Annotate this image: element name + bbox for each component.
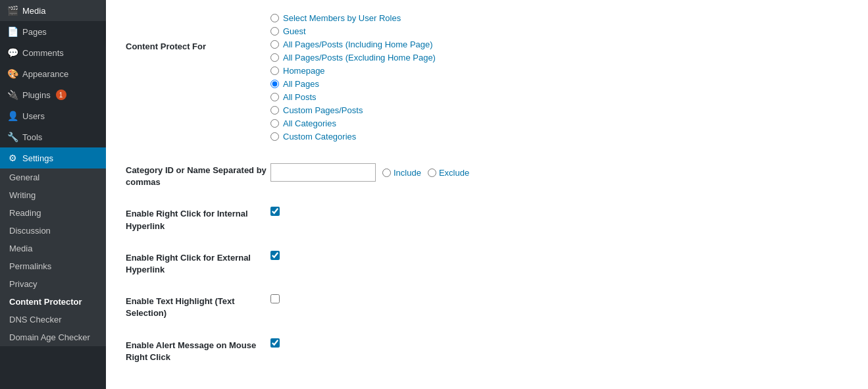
content-inner: Select Members by User Roles Guest Conte… bbox=[106, 0, 868, 389]
radio-all-pages-excl[interactable]: All Pages/Posts (Excluding Home Page) bbox=[270, 53, 848, 63]
right-click-internal-checkbox[interactable] bbox=[270, 207, 280, 216]
radio-all-posts[interactable]: All Posts bbox=[270, 92, 848, 102]
sidebar-item-settings-label: Settings bbox=[22, 153, 53, 163]
sidebar-item-media[interactable]: 🎬 Media bbox=[0, 0, 106, 21]
right-click-external-checkbox[interactable] bbox=[270, 251, 280, 260]
radio-include-input[interactable] bbox=[382, 169, 391, 177]
sidebar-item-settings[interactable]: ⚙ Settings bbox=[0, 147, 106, 169]
sub-item-general[interactable]: General bbox=[0, 169, 106, 186]
radio-custom-pages-posts-input[interactable] bbox=[270, 106, 279, 115]
right-click-internal-row: Enable Right Click for Internal Hyperlin… bbox=[126, 207, 848, 232]
right-click-external-label: Enable Right Click for External Hyperlin… bbox=[126, 251, 270, 276]
sidebar-item-appearance-label: Appearance bbox=[22, 69, 68, 79]
content-protect-options: All Pages/Posts (Including Home Page) Al… bbox=[270, 39, 848, 145]
content-protect-label: Content Protect For bbox=[126, 39, 270, 53]
right-click-external-row: Enable Right Click for External Hyperlin… bbox=[126, 251, 848, 276]
sidebar-item-plugins-label: Plugins bbox=[22, 90, 51, 100]
sidebar-item-pages[interactable]: 📄 Pages bbox=[0, 21, 106, 42]
radio-all-pages-incl[interactable]: All Pages/Posts (Including Home Page) bbox=[270, 39, 848, 49]
right-click-internal-label: Enable Right Click for Internal Hyperlin… bbox=[126, 207, 270, 232]
radio-include-label[interactable]: Include bbox=[382, 168, 421, 178]
radio-select-members[interactable]: Select Members by User Roles bbox=[270, 13, 848, 23]
tools-icon: 🔧 bbox=[7, 132, 18, 142]
radio-homepage-label: Homepage bbox=[283, 66, 325, 76]
category-input-row: Include Exclude bbox=[270, 163, 848, 182]
radio-all-pages-label: All Pages bbox=[283, 79, 319, 89]
sub-item-discussion[interactable]: Discussion bbox=[0, 222, 106, 240]
right-click-internal-control bbox=[270, 207, 848, 216]
radio-guest[interactable]: Guest bbox=[270, 26, 848, 36]
sub-item-privacy[interactable]: Privacy bbox=[0, 275, 106, 293]
sidebar-item-comments-label: Comments bbox=[22, 48, 64, 58]
sub-item-content-protector[interactable]: Content Protector bbox=[0, 293, 106, 311]
radio-custom-categories-input[interactable] bbox=[270, 132, 279, 141]
content-protect-row: Content Protect For All Pages/Posts (Inc… bbox=[126, 39, 848, 145]
alert-message-checkbox[interactable] bbox=[270, 338, 280, 348]
text-highlight-control bbox=[270, 294, 848, 303]
sub-item-reading[interactable]: Reading bbox=[0, 204, 106, 222]
text-highlight-row: Enable Text Highlight (Text Selection) bbox=[126, 294, 848, 319]
sidebar-item-pages-label: Pages bbox=[22, 27, 47, 37]
alert-message-checkbox-row bbox=[270, 338, 848, 348]
text-highlight-checkbox[interactable] bbox=[270, 294, 280, 303]
radio-all-pages-excl-input[interactable] bbox=[270, 53, 279, 62]
sidebar-item-comments[interactable]: 💬 Comments bbox=[0, 42, 106, 63]
sidebar-item-users[interactable]: 👤 Users bbox=[0, 105, 106, 126]
right-click-external-checkbox-row bbox=[270, 251, 848, 260]
radio-all-pages-incl-label: All Pages/Posts (Including Home Page) bbox=[283, 39, 433, 49]
sidebar-item-tools[interactable]: 🔧 Tools bbox=[0, 126, 106, 147]
radio-select-members-input[interactable] bbox=[270, 14, 279, 22]
sidebar: 🎬 Media Library Add New Media File 📄 Pag… bbox=[0, 0, 106, 389]
sub-item-media[interactable]: Media bbox=[0, 240, 106, 257]
radio-all-pages-excl-label: All Pages/Posts (Excluding Home Page) bbox=[283, 53, 436, 63]
sidebar-item-tools-label: Tools bbox=[22, 132, 42, 142]
alert-message-control bbox=[270, 338, 848, 348]
radio-all-pages-incl-input[interactable] bbox=[270, 40, 279, 49]
radio-custom-pages-posts-label: Custom Pages/Posts bbox=[283, 105, 363, 115]
radio-homepage-input[interactable] bbox=[270, 66, 279, 75]
plugins-badge: 1 bbox=[56, 90, 66, 100]
radio-all-posts-label: All Posts bbox=[283, 92, 317, 102]
radio-all-pages[interactable]: All Pages bbox=[270, 79, 848, 89]
main-content: Select Members by User Roles Guest Conte… bbox=[106, 0, 868, 389]
radio-exclude-label[interactable]: Exclude bbox=[428, 168, 469, 178]
category-input[interactable] bbox=[270, 163, 376, 182]
sidebar-item-users-label: Users bbox=[22, 111, 45, 121]
pages-icon: 📄 bbox=[7, 26, 18, 37]
radio-select-members-label: Select Members by User Roles bbox=[283, 13, 401, 23]
radio-custom-categories-label: Custom Categories bbox=[283, 132, 356, 142]
category-id-row: Category ID or Name Separated by commas … bbox=[126, 163, 848, 188]
settings-icon: ⚙ bbox=[7, 153, 18, 163]
radio-all-posts-input[interactable] bbox=[270, 93, 279, 101]
media-icon: 🎬 bbox=[7, 5, 18, 16]
plugins-icon: 🔌 bbox=[7, 90, 18, 100]
radio-all-categories[interactable]: All Categories bbox=[270, 118, 848, 128]
include-label: Include bbox=[394, 168, 421, 178]
radio-custom-pages-posts[interactable]: Custom Pages/Posts bbox=[270, 105, 848, 115]
sidebar-item-appearance[interactable]: 🎨 Appearance bbox=[0, 63, 106, 84]
right-click-internal-checkbox-row bbox=[270, 207, 848, 216]
category-id-control: Include Exclude bbox=[270, 163, 848, 182]
sidebar-item-plugins[interactable]: 🔌 Plugins 1 bbox=[0, 84, 106, 105]
radio-custom-categories[interactable]: Custom Categories bbox=[270, 132, 848, 142]
radio-all-pages-input[interactable] bbox=[270, 80, 279, 88]
top-radio-options: Select Members by User Roles Guest bbox=[270, 13, 848, 39]
comments-icon: 💬 bbox=[7, 47, 18, 58]
alert-message-label: Enable Alert Message on Mouse Right Clic… bbox=[126, 338, 270, 363]
sub-item-dns-checker[interactable]: DNS Checker bbox=[0, 311, 106, 328]
text-highlight-checkbox-row bbox=[270, 294, 848, 303]
sub-item-writing[interactable]: Writing bbox=[0, 186, 106, 204]
radio-guest-label: Guest bbox=[283, 26, 306, 36]
sub-item-domain-age-checker[interactable]: Domain Age Checker bbox=[0, 328, 106, 346]
top-radio-label bbox=[126, 13, 270, 14]
radio-all-categories-input[interactable] bbox=[270, 119, 279, 128]
right-click-external-control bbox=[270, 251, 848, 260]
text-highlight-label: Enable Text Highlight (Text Selection) bbox=[126, 294, 270, 319]
radio-guest-input[interactable] bbox=[270, 27, 279, 36]
radio-exclude-input[interactable] bbox=[428, 169, 436, 177]
alert-message-row: Enable Alert Message on Mouse Right Clic… bbox=[126, 338, 848, 363]
exclude-label: Exclude bbox=[439, 168, 469, 178]
sidebar-item-media-label: Media bbox=[22, 6, 45, 16]
radio-homepage[interactable]: Homepage bbox=[270, 66, 848, 76]
sub-item-permalinks[interactable]: Permalinks bbox=[0, 257, 106, 275]
